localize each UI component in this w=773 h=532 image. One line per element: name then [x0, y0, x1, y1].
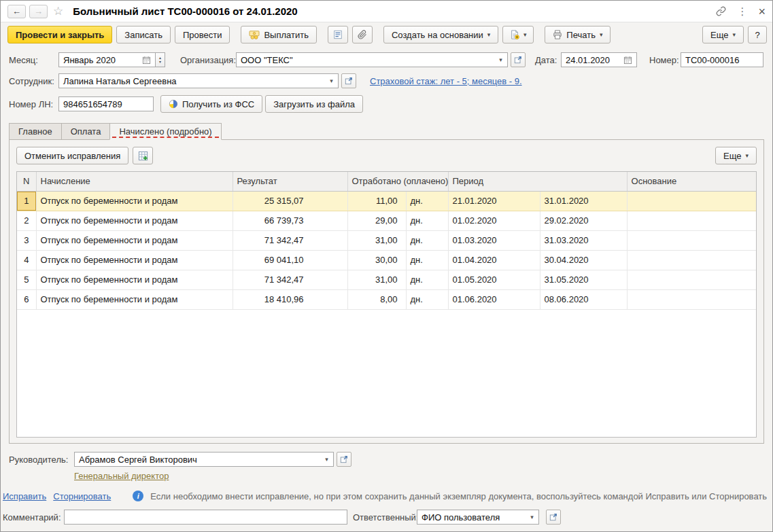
table-row[interactable]: 4 Отпуск по беременности и родам 69 041,… [17, 250, 756, 270]
chevron-down-icon[interactable] [526, 510, 538, 524]
basis-cell[interactable] [627, 191, 756, 211]
period-end-cell[interactable]: 30.04.2020 [540, 250, 627, 270]
result-cell[interactable]: 18 410,96 [233, 289, 347, 309]
table-row[interactable]: 1 Отпуск по беременности и родам 25 315,… [17, 191, 756, 211]
unit-cell[interactable]: дн. [406, 211, 448, 230]
accrual-cell[interactable]: Отпуск по беременности и родам [36, 191, 233, 211]
result-cell[interactable]: 25 315,07 [233, 191, 347, 211]
row-number-cell[interactable]: 2 [17, 211, 36, 230]
post-and-close-button[interactable]: Провести и закрыть [7, 26, 112, 43]
attachments-button[interactable] [352, 26, 373, 43]
favorite-star-icon[interactable] [53, 4, 63, 18]
month-stepper[interactable] [156, 52, 165, 67]
create-based-on-button[interactable]: Создать на основании [383, 26, 498, 43]
employee-open-button[interactable] [341, 73, 356, 88]
row-number-cell[interactable]: 1 [17, 191, 36, 211]
sick-leave-number-field[interactable] [58, 96, 154, 111]
organization-open-button[interactable] [511, 52, 526, 67]
accrual-cell[interactable]: Отпуск по беременности и родам [36, 270, 233, 289]
help-button[interactable]: ? [748, 26, 767, 43]
worked-days-cell[interactable]: 30,00 [347, 250, 406, 270]
chevron-down-icon[interactable] [320, 453, 333, 466]
create-related-document-button[interactable] [502, 26, 534, 43]
back-button[interactable] [7, 5, 26, 18]
period-start-cell[interactable]: 01.04.2020 [448, 250, 540, 270]
get-link-icon[interactable] [716, 6, 726, 16]
period-end-cell[interactable]: 29.02.2020 [540, 211, 627, 230]
tab-main[interactable]: Главное [9, 123, 62, 140]
unit-cell[interactable]: дн. [406, 191, 448, 211]
table-row[interactable]: 3 Отпуск по беременности и родам 71 342,… [17, 230, 756, 250]
forward-button[interactable] [29, 5, 48, 18]
load-from-file-button[interactable]: Загрузить из файла [265, 95, 363, 113]
worked-days-cell[interactable]: 8,00 [347, 289, 406, 309]
table-more-button[interactable]: Еще [715, 147, 757, 164]
month-field[interactable]: Январь 2020 [58, 52, 156, 67]
print-button[interactable]: Печать [545, 26, 611, 43]
row-number-cell[interactable]: 5 [17, 270, 36, 289]
unit-cell[interactable]: дн. [406, 230, 448, 250]
period-start-cell[interactable]: 21.01.2020 [448, 191, 540, 211]
manager-combo[interactable]: Абрамов Сергей Викторович [74, 452, 334, 467]
period-end-cell[interactable]: 31.01.2020 [540, 191, 627, 211]
chevron-down-icon[interactable] [325, 74, 338, 88]
fix-link[interactable]: Исправить [3, 491, 46, 501]
result-cell[interactable]: 71 342,47 [233, 270, 347, 289]
post-button[interactable]: Провести [175, 26, 230, 43]
manager-open-button[interactable] [337, 452, 351, 467]
result-cell[interactable]: 71 342,47 [233, 230, 347, 250]
employee-combo[interactable]: Лапина Наталья Сергеевна [58, 73, 339, 88]
pay-sheet-button[interactable] [328, 26, 348, 43]
basis-cell[interactable] [627, 270, 756, 289]
pick-selection-button[interactable] [133, 147, 153, 164]
comment-input[interactable] [64, 510, 347, 525]
kebab-menu-icon[interactable] [737, 5, 747, 18]
responsible-open-button[interactable] [546, 510, 561, 525]
basis-cell[interactable] [627, 211, 756, 230]
basis-cell[interactable] [627, 289, 756, 309]
unit-cell[interactable]: дн. [406, 289, 448, 309]
period-start-cell[interactable]: 01.02.2020 [448, 211, 540, 230]
tab-accrued-detail[interactable]: Начислено (подробно) [109, 123, 221, 140]
tab-payment[interactable]: Оплата [61, 123, 111, 140]
row-number-cell[interactable]: 3 [17, 230, 36, 250]
period-start-cell[interactable]: 01.06.2020 [448, 289, 540, 309]
calendar-icon[interactable] [623, 56, 632, 65]
write-button[interactable]: Записать [116, 26, 171, 43]
result-cell[interactable]: 69 041,10 [233, 250, 347, 270]
basis-cell[interactable] [627, 250, 756, 270]
manager-position-link[interactable]: Генеральный директор [74, 471, 169, 481]
chevron-down-icon[interactable] [494, 53, 507, 67]
table-row[interactable]: 6 Отпуск по беременности и родам 18 410,… [17, 289, 756, 309]
insurance-record-link[interactable]: Страховой стаж: лет - 5; месяцев - 9. [370, 76, 522, 86]
period-start-cell[interactable]: 01.03.2020 [448, 230, 540, 250]
unit-cell[interactable]: дн. [406, 270, 448, 289]
calendar-icon[interactable] [142, 56, 151, 65]
table-row[interactable]: 5 Отпуск по беременности и родам 71 342,… [17, 270, 756, 289]
reverse-link[interactable]: Сторнировать [53, 491, 111, 501]
cancel-corrections-button[interactable]: Отменить исправления [16, 147, 128, 164]
accruals-table[interactable]: N Начисление Результат Отработано (оплач… [16, 171, 757, 438]
close-icon[interactable] [758, 5, 766, 18]
worked-days-cell[interactable]: 29,00 [347, 211, 406, 230]
date-field[interactable]: 24.01.2020 [561, 52, 637, 67]
pay-button[interactable]: Выплатить [241, 26, 317, 43]
responsible-combo[interactable]: ФИО пользователя [417, 510, 539, 525]
period-start-cell[interactable]: 01.05.2020 [448, 270, 540, 289]
row-number-cell[interactable]: 6 [17, 289, 36, 309]
row-number-cell[interactable]: 4 [17, 250, 36, 270]
worked-days-cell[interactable]: 31,00 [347, 230, 406, 250]
get-from-fss-button[interactable]: Получить из ФСС [160, 95, 262, 113]
basis-cell[interactable] [627, 230, 756, 250]
accrual-cell[interactable]: Отпуск по беременности и родам [36, 250, 233, 270]
organization-combo[interactable]: ООО "ТЕКС" [236, 52, 508, 67]
number-field[interactable] [681, 52, 763, 67]
period-end-cell[interactable]: 31.03.2020 [540, 230, 627, 250]
unit-cell[interactable]: дн. [406, 250, 448, 270]
period-end-cell[interactable]: 08.06.2020 [540, 289, 627, 309]
accrual-cell[interactable]: Отпуск по беременности и родам [36, 211, 233, 230]
table-row[interactable]: 2 Отпуск по беременности и родам 66 739,… [17, 211, 756, 230]
accrual-cell[interactable]: Отпуск по беременности и родам [36, 289, 233, 309]
worked-days-cell[interactable]: 11,00 [347, 191, 406, 211]
worked-days-cell[interactable]: 31,00 [347, 270, 406, 289]
